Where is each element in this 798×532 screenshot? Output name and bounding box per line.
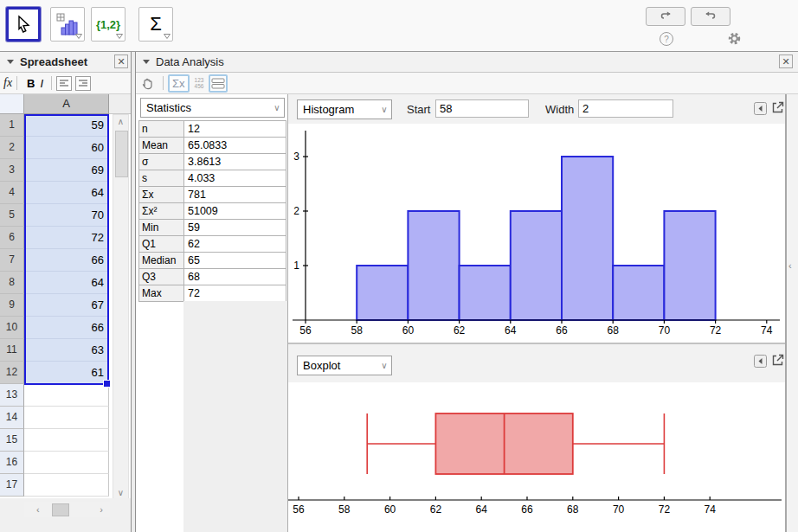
settings-button[interactable] [727, 31, 742, 46]
statistic-label: s [139, 170, 184, 187]
spreadsheet-header-filler [109, 94, 131, 114]
row-header[interactable]: 17 [0, 474, 24, 497]
redo-button[interactable] [691, 7, 730, 26]
histogram-controls: Histogram ∨ Start Width [288, 94, 785, 124]
spreadsheet-cell[interactable]: 59 [24, 114, 109, 137]
boxplot-plot[interactable]: 56 58 60 62 64 66 68 70 72 74 [288, 381, 786, 532]
panel-collapse-triangle-icon[interactable] [143, 60, 150, 64]
column-header-A[interactable]: A [24, 94, 109, 114]
spreadsheet-cell[interactable]: 69 [24, 159, 109, 182]
row-header[interactable]: 12 [0, 362, 24, 384]
row-header[interactable]: 10 [0, 317, 24, 339]
tool-dropdown-icon[interactable] [75, 34, 82, 39]
statistic-label: Min [139, 220, 184, 236]
panel-collapse-triangle-icon[interactable] [7, 60, 14, 64]
spreadsheet-cell[interactable]: 63 [24, 339, 109, 362]
spreadsheet-cell[interactable]: 64 [24, 272, 109, 294]
statistics-row: Σx²51009 [139, 203, 286, 220]
spreadsheet-cell[interactable]: 67 [24, 294, 109, 317]
table-row: 1261 [0, 362, 110, 384]
list-tool-button[interactable]: {1,2} [91, 7, 125, 42]
table-row: 159 [0, 114, 110, 137]
bold-button[interactable]: B [27, 77, 35, 90]
row-header[interactable]: 6 [0, 227, 24, 249]
chevron-down-icon: ∨ [377, 105, 391, 114]
svg-text:58: 58 [338, 503, 351, 516]
one-variable-analysis-tool-button[interactable] [50, 7, 85, 42]
row-header[interactable]: 8 [0, 272, 24, 294]
row-header[interactable]: 13 [0, 384, 24, 407]
close-icon[interactable]: ✕ [114, 54, 128, 68]
statistic-value: 68 [184, 269, 286, 285]
spreadsheet-cell[interactable]: 70 [24, 204, 109, 227]
spreadsheet-cell[interactable]: 66 [24, 249, 109, 272]
spreadsheet-vertical-scrollbar[interactable]: ∧ ∨ [113, 114, 129, 500]
sum-tool-button[interactable]: Σ [138, 7, 173, 42]
spreadsheet-cell[interactable] [24, 407, 109, 429]
divider [16, 76, 17, 90]
show-statistics-button[interactable]: Σx [168, 74, 190, 93]
scroll-right-icon[interactable]: › [100, 504, 103, 515]
row-header[interactable]: 5 [0, 204, 24, 227]
undo-button[interactable] [646, 7, 685, 26]
statistics-selector[interactable]: Statistics ∨ [140, 98, 285, 118]
statistic-label: Q3 [139, 269, 184, 285]
statistic-value: 4.033 [184, 170, 286, 187]
plot-type-selector-boxplot[interactable]: Boxplot ∨ [297, 356, 392, 375]
spreadsheet-cell[interactable]: 72 [24, 227, 109, 249]
panel-options-icon[interactable] [754, 355, 767, 368]
data-analysis-header: Data Analysis ✕ [136, 52, 798, 73]
spreadsheet-cell[interactable]: 64 [24, 182, 109, 204]
selection-drag-handle[interactable] [103, 380, 111, 388]
row-header[interactable]: 1 [0, 114, 24, 137]
spreadsheet-cell[interactable]: 61 [24, 362, 109, 384]
export-plot-icon[interactable] [770, 353, 785, 368]
tool-dropdown-icon[interactable] [116, 34, 123, 39]
sum-statistics-icon: Σx [170, 77, 188, 90]
scrollbar-thumb[interactable] [115, 131, 128, 177]
scroll-left-icon[interactable]: ‹ [36, 504, 40, 515]
drag-hand-button[interactable] [136, 76, 158, 90]
row-header[interactable]: 7 [0, 249, 24, 272]
svg-text:60: 60 [402, 324, 415, 337]
spreadsheet-cell[interactable] [24, 429, 109, 452]
help-button[interactable]: ? [660, 32, 673, 46]
row-header[interactable]: 11 [0, 339, 24, 362]
width-input[interactable] [578, 99, 673, 118]
move-tool-button[interactable] [6, 7, 41, 42]
row-header[interactable]: 2 [0, 137, 24, 159]
scrollbar-thumb[interactable] [52, 503, 69, 516]
function-input-icon[interactable]: fx [3, 76, 12, 90]
row-header[interactable]: 3 [0, 159, 24, 182]
spreadsheet-corner-cell[interactable] [0, 94, 24, 114]
tool-dropdown-icon[interactable] [164, 34, 171, 39]
spreadsheet-cell[interactable] [24, 384, 109, 407]
align-right-icon [78, 79, 88, 88]
show-second-plot-button[interactable] [209, 74, 228, 93]
row-header[interactable]: 15 [0, 429, 24, 452]
statistic-value: 781 [184, 187, 286, 203]
close-icon[interactable]: ✕ [779, 54, 793, 68]
gear-icon [727, 31, 742, 46]
spreadsheet-cell[interactable] [24, 474, 109, 497]
panel-options-icon[interactable] [754, 102, 767, 115]
plot-type-selector-histogram[interactable]: Histogram ∨ [297, 99, 392, 119]
row-header[interactable]: 4 [0, 182, 24, 204]
align-left-button[interactable] [56, 76, 72, 91]
row-header[interactable]: 14 [0, 407, 24, 429]
scroll-up-icon[interactable]: ∧ [113, 117, 128, 126]
export-plot-icon[interactable] [770, 100, 785, 115]
italic-button[interactable]: I [41, 77, 44, 90]
row-header[interactable]: 9 [0, 294, 24, 317]
start-input[interactable] [435, 99, 529, 118]
spreadsheet-horizontal-scrollbar[interactable]: ‹ › [24, 502, 110, 517]
row-header[interactable]: 16 [0, 452, 24, 474]
spreadsheet-cell[interactable] [24, 452, 109, 474]
show-data-button[interactable]: 123 456 [193, 74, 206, 93]
align-right-button[interactable] [75, 76, 91, 91]
collapse-left-icon[interactable]: ‹ [788, 260, 792, 271]
scroll-down-icon[interactable]: ∨ [113, 488, 128, 497]
spreadsheet-cell[interactable]: 60 [24, 137, 109, 159]
histogram-plot[interactable]: 56 58 60 62 64 66 68 70 72 74 1 2 3 [288, 124, 786, 339]
spreadsheet-cell[interactable]: 66 [24, 317, 109, 339]
